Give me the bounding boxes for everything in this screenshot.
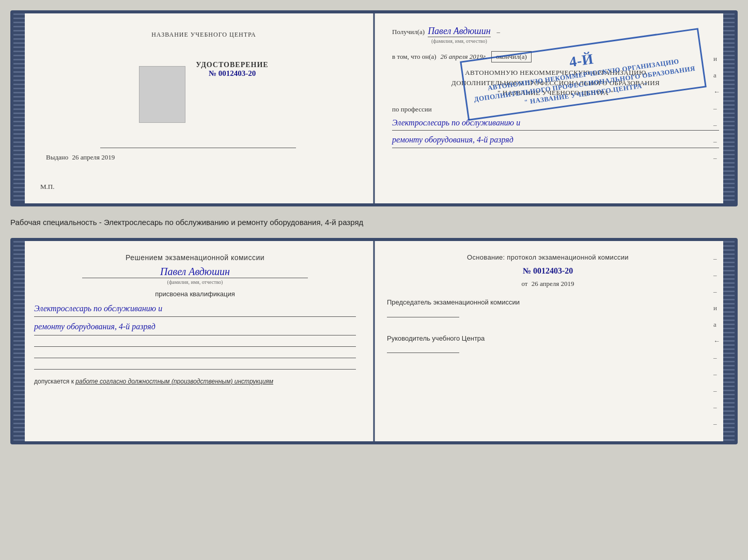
bottom-document: Решением экзаменационной комиссии Павел … [10,238,738,444]
side-labels: и а ← – – – – [713,13,720,203]
bottom-doc-right: Основание: протокол экзаменационной коми… [371,241,735,441]
side-dash4: – [713,154,720,162]
ot-label: от [521,280,527,287]
rukovoditel-block: Руководитель учебного Центра [387,333,709,357]
dopuskaetsya-label: допускается к [34,378,74,385]
mp-line: М.П. [40,183,54,191]
bottom-side-dash1: – [713,254,720,263]
vydano-label: Выдано [46,153,68,161]
bottom-side-dash3: – [713,287,720,296]
bottom-side-dash8: – [713,420,720,428]
dopuskaetsya-block: допускается к работе согласно должностны… [34,378,356,385]
top-left-title: НАЗВАНИЕ УЧЕБНОГО ЦЕНТРА [46,31,362,39]
udostoverenie-title: УДОСТОВЕРЕНИЕ [196,61,268,69]
osnovanie-label: Основание: протокол экзаменационной коми… [387,253,709,261]
ot-date-block: от 26 апреля 2019 [387,280,709,288]
fio-label-bottom: (фамилия, имя, отчество) [34,279,356,285]
between-label: Рабочая специальность - Электрослесарь п… [10,216,738,229]
po-professii-label: по профессии [392,105,719,114]
person-name-top: Павел Авдюшин [428,26,490,37]
page-wrapper: НАЗВАНИЕ УЧЕБНОГО ЦЕНТРА УДОСТОВЕРЕНИЕ №… [10,10,738,444]
bottom-side-i: и [713,304,720,312]
top-doc-right: Получил(а) Павел Авдюшин (фамилия, имя, … [371,13,735,203]
vydano-date: 26 апреля 2019 [72,153,115,161]
profession-line2: ремонту оборудования, 4-й разряд [392,133,719,148]
bottom-right-spine [723,241,735,441]
kvalifikaciya-line1: Электрослесарь по обслуживанию и [34,301,356,317]
org-line1: АВТОНОМНУЮ НЕКОММЕРЧЕСКУЮ ОРГАНИЗАЦИЮ [392,68,719,78]
blank-line-1 [34,340,356,347]
okonchil-label: окончил(а) [491,51,532,62]
bottom-doc-left: Решением экзаменационной комиссии Павел … [13,241,371,441]
side-dash1: – [713,104,720,113]
rukovoditel-label: Руководитель учебного Центра [387,333,709,344]
fio-label-top: (фамилия, имя, отчество) [431,38,487,44]
poluchil-line: Получил(а) Павел Авдюшин (фамилия, имя, … [392,26,719,44]
bottom-side-dash6: – [713,387,720,395]
predsedatel-signature-line [387,310,459,317]
udostoverenie-number: № 0012403-20 [196,69,268,78]
resheniem-title: Решением экзаменационной комиссии [34,253,356,262]
vtom-date: 26 апреля 2019г. [441,53,487,61]
side-dash2: – [713,121,720,129]
top-doc-left: НАЗВАНИЕ УЧЕБНОГО ЦЕНТРА УДОСТОВЕРЕНИЕ №… [13,13,371,203]
org-block: АВТОНОМНУЮ НЕКОММЕРЧЕСКУЮ ОРГАНИЗАЦИЮ ДО… [392,68,719,98]
rukovoditel-signature-line [387,346,459,353]
org-line3: " НАЗВАНИЕ УЧЕБНОГО ЦЕНТРА " [392,88,719,98]
side-a: а [713,71,720,79]
org-line2: ДОПОЛНИТЕЛЬНОГО ПРОФЕССИОНАЛЬНОГО ОБРАЗО… [392,78,719,88]
bottom-side-dash4: – [713,354,720,362]
blank-line-3 [34,362,356,370]
vtom-label: в том, что он(а) [392,53,437,61]
dopuskaetsya-value: работе согласно должностным (производств… [75,378,273,385]
side-arrow: ← [713,88,720,96]
protocol-number: № 0012403-20 [387,266,709,276]
blank-line-2 [34,351,356,358]
bottom-name-wrapper: Павел Авдюшин (фамилия, имя, отчество) [34,266,356,285]
bottom-side-a: а [713,321,720,329]
bottom-side-dash7: – [713,403,720,411]
vydano-line: Выдано 26 апреля 2019 [46,153,362,162]
side-dash3: – [713,137,720,146]
bottom-side-dash5: – [713,370,720,378]
name-wrapper: Павел Авдюшин (фамилия, имя, отчество) [428,26,490,44]
photo-placeholder [139,66,185,123]
bottom-person-name: Павел Авдюшин [34,266,356,278]
bottom-side-dash2: – [713,271,720,279]
bottom-side-labels: – – – и а ← – – – – – [713,241,720,441]
right-spine-top [723,13,735,203]
bottom-side-arrow: ← [713,337,720,345]
kvalifikaciya-line2: ремонту оборудования, 4-й разряд [34,319,356,335]
predsedatel-label: Председатель экзаменационной комиссии [387,297,709,308]
side-i: и [713,55,720,63]
top-document: НАЗВАНИЕ УЧЕБНОГО ЦЕНТРА УДОСТОВЕРЕНИЕ №… [10,10,738,206]
prisvoena-label: присвоена квалификация [34,290,356,298]
profession-line1: Электрослесарь по обслуживанию и [392,116,719,131]
predsedatel-block: Председатель экзаменационной комиссии [387,297,709,321]
udostoverenie-block: УДОСТОВЕРЕНИЕ № 0012403-20 [196,61,268,78]
poluchil-label: Получил(а) [392,28,425,36]
ot-date: 26 апреля 2019 [532,280,574,287]
vtom-row: в том, что он(а) 26 апреля 2019г. окончи… [392,51,719,62]
